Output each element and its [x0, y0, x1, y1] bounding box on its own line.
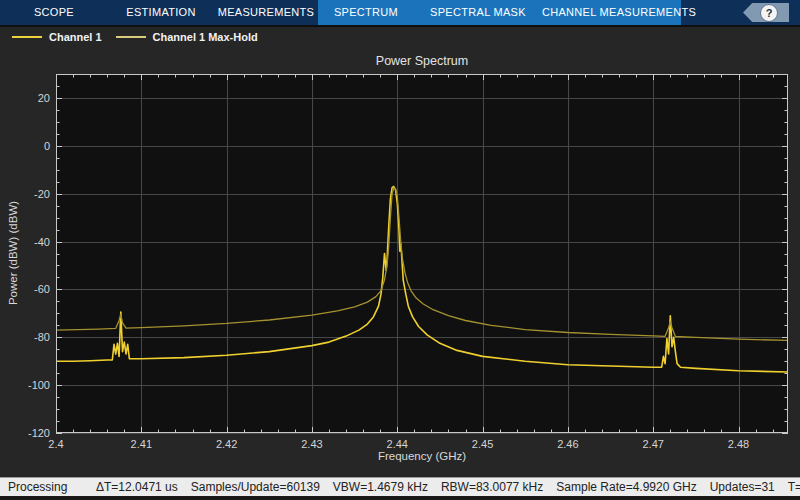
- tab-spectral-mask[interactable]: SPECTRAL MASK: [414, 0, 542, 25]
- x-tick-label: 2.41: [131, 438, 152, 450]
- legend-line-swatch: [116, 36, 146, 38]
- y-tick-label: 20: [38, 92, 50, 104]
- x-tick-label: 2.48: [728, 438, 749, 450]
- legend-label: Channel 1: [49, 31, 102, 43]
- x-axis-label: Frequency (GHz): [56, 450, 788, 462]
- plot-background: [56, 74, 788, 433]
- window-bottom-edge: [0, 496, 800, 500]
- status-item-2: VBW=1.4679 kHz: [333, 480, 428, 494]
- chart-title: Power Spectrum: [56, 54, 788, 68]
- y-tick-label: -120: [28, 427, 50, 439]
- x-tick-label: 2.43: [301, 438, 322, 450]
- legend-strip: Channel 1Channel 1 Max-Hold: [0, 25, 800, 47]
- y-tick-label: -80: [34, 331, 50, 343]
- y-axis-label: Power (dBW) (dBW): [7, 103, 21, 403]
- y-tick-label: 0: [44, 140, 50, 152]
- help-button[interactable]: ?: [743, 3, 789, 22]
- legend-item-1[interactable]: Channel 1 Max-Hold: [116, 31, 258, 43]
- help-icon[interactable]: ?: [760, 4, 778, 22]
- status-bar: Processing ΔT=12.0471 usSamples/Update=6…: [0, 477, 800, 496]
- toolbar-tabstrip: SCOPEESTIMATIONMEASUREMENTSSPECTRUMSPECT…: [0, 0, 800, 25]
- y-tick-label: -40: [34, 236, 50, 248]
- tab-channel-measurements[interactable]: CHANNEL MEASUREMENTS: [542, 0, 681, 25]
- legend-item-0[interactable]: Channel 1: [12, 31, 102, 43]
- tab-spectrum[interactable]: SPECTRUM: [318, 0, 414, 25]
- status-item-4: Sample Rate=4.9920 GHz: [556, 480, 696, 494]
- status-item-1: Samples/Update=60139: [191, 480, 320, 494]
- tab-scope[interactable]: SCOPE: [0, 0, 108, 25]
- chart-panel: 200-20-40-60-80-100-1202.42.412.422.432.…: [0, 47, 800, 477]
- status-item-3: RBW=83.0077 kHz: [441, 480, 543, 494]
- legend-line-swatch: [12, 36, 42, 38]
- status-item-6: T=0.00044: [788, 480, 800, 494]
- spectrum-analyzer-window: SCOPEESTIMATIONMEASUREMENTSSPECTRUMSPECT…: [0, 0, 800, 500]
- status-mode: Processing: [8, 480, 96, 494]
- y-tick-label: -60: [34, 283, 50, 295]
- legend-label: Channel 1 Max-Hold: [153, 31, 258, 43]
- status-item-0: ΔT=12.0471 us: [96, 480, 178, 494]
- x-tick-label: 2.47: [642, 438, 663, 450]
- x-tick-label: 2.4: [48, 438, 63, 450]
- tab-estimation[interactable]: ESTIMATION: [108, 0, 214, 25]
- plot-area[interactable]: 200-20-40-60-80-100-1202.42.412.422.432.…: [0, 47, 800, 477]
- y-tick-label: -100: [28, 379, 50, 391]
- x-tick-label: 2.42: [216, 438, 237, 450]
- tab-measurements[interactable]: MEASUREMENTS: [214, 0, 318, 25]
- x-tick-label: 2.46: [557, 438, 578, 450]
- status-item-5: Updates=31: [710, 480, 775, 494]
- x-tick-label: 2.45: [472, 438, 493, 450]
- x-tick-label: 2.44: [387, 438, 408, 450]
- y-tick-label: -20: [34, 188, 50, 200]
